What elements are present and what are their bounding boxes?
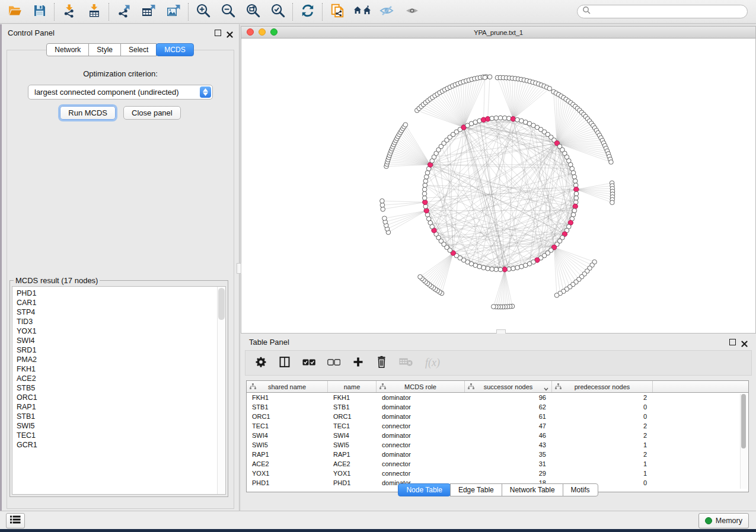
control-panel-tabs: NetworkStyleSelectMCDS — [2, 43, 239, 56]
deselect-all-button[interactable] — [327, 358, 340, 368]
clone-network-icon — [330, 3, 345, 21]
mcds-list-scrollbar[interactable] — [217, 287, 225, 494]
mcds-result-item[interactable]: SWI5 — [12, 421, 225, 431]
mcds-result-item[interactable]: PHD1 — [12, 289, 225, 298]
mcds-result-item[interactable]: PMA2 — [12, 355, 225, 364]
network-graph — [241, 39, 755, 333]
search-input[interactable] — [591, 7, 747, 17]
zoom-in-button[interactable] — [191, 2, 216, 22]
export-image-button[interactable] — [161, 2, 186, 22]
tab-mcds[interactable]: MCDS — [156, 43, 193, 56]
table-scrollbar[interactable] — [740, 394, 747, 489]
mcds-result-item[interactable]: STB5 — [12, 383, 225, 393]
tab-motifs[interactable]: Motifs — [563, 483, 598, 496]
table-toolbar: f(x) — [245, 350, 752, 376]
mcds-result-item[interactable]: GCR1 — [12, 440, 225, 450]
mcds-result-item[interactable]: ACE2 — [12, 374, 225, 383]
tab-network[interactable]: Network — [46, 43, 89, 56]
columns-icon — [279, 356, 291, 370]
column-header-shared-name[interactable]: shared name — [247, 381, 328, 392]
mcds-result-item[interactable]: STB1 — [12, 412, 225, 421]
mcds-result-list[interactable]: PHD1CAR1STP4TID3YOX1SWI4SRD1PMA2FKH1ACE2… — [12, 286, 226, 495]
table-row[interactable]: SWI5SWI5connector431 — [247, 440, 748, 450]
column-header-successor-nodes[interactable]: successor nodes — [465, 381, 552, 392]
float-panel-icon[interactable] — [215, 30, 221, 36]
home-pair-button[interactable] — [350, 2, 375, 22]
optimization-value: largest connected component (undirected) — [28, 88, 200, 97]
optimization-select[interactable]: largest connected component (undirected) — [28, 85, 213, 100]
zoom-out-button[interactable] — [216, 2, 241, 22]
column-header-MCDS-role[interactable]: MCDS role — [377, 381, 465, 392]
control-panel: Control Panel NetworkStyleSelectMCDS Opt… — [2, 24, 240, 511]
table-tabs: Node TableEdge TableNetwork TableMotifs — [241, 483, 756, 496]
toolbar-separator — [292, 3, 294, 21]
zoom-in-icon — [196, 3, 211, 21]
network-view[interactable] — [241, 39, 755, 333]
tab-select[interactable]: Select — [120, 43, 157, 56]
table-row[interactable]: YOX1YOX1connector291 — [247, 469, 748, 478]
table-settings-button[interactable] — [255, 356, 267, 370]
mcds-panel: Optimization criterion: largest connecte… — [7, 50, 234, 509]
delete-column-button[interactable] — [376, 356, 387, 370]
network-titlebar[interactable]: YPA_prune.txt_1 — [241, 27, 755, 39]
table-row[interactable]: SWI4SWI4dominator462 — [247, 431, 748, 440]
show-columns-button[interactable] — [279, 356, 291, 370]
fx-icon: f(x) — [425, 357, 440, 369]
float-table-panel-icon[interactable] — [729, 339, 736, 345]
memory-button[interactable]: Memory — [698, 513, 749, 528]
vertical-splitter-grip[interactable] — [237, 263, 241, 274]
status-bar: Memory — [0, 511, 756, 529]
mcds-result-item[interactable]: ORC1 — [12, 393, 225, 402]
column-header-name[interactable]: name — [328, 381, 377, 392]
mcds-result-item[interactable]: FKH1 — [12, 364, 225, 374]
tab-network-table[interactable]: Network Table — [502, 483, 563, 496]
mcds-result-item[interactable]: CAR1 — [12, 298, 225, 307]
table-row[interactable]: STB1STB1dominator620 — [247, 402, 748, 412]
table-row[interactable]: RAP1RAP1dominator352 — [247, 450, 748, 459]
export-image-icon — [166, 4, 181, 20]
open-folder-button[interactable] — [2, 2, 27, 22]
mcds-result-item[interactable]: TEC1 — [12, 431, 225, 440]
table-scrollbar-thumb[interactable] — [741, 394, 746, 448]
clone-network-button[interactable] — [325, 2, 350, 22]
table-row[interactable]: ORC1ORC1dominator610 — [247, 412, 748, 421]
close-panel-button[interactable]: Close panel — [123, 106, 181, 120]
run-mcds-button[interactable]: Run MCDS — [60, 106, 116, 120]
table-row[interactable]: TEC1TEC1connector472 — [247, 421, 748, 431]
zoom-selected-button[interactable] — [266, 2, 291, 22]
column-header-predecessor-nodes[interactable]: predecessor nodes — [552, 381, 653, 392]
mcds-result-item[interactable]: YOX1 — [12, 326, 225, 336]
export-network-button[interactable] — [111, 2, 136, 22]
mcds-result-item[interactable]: RAP1 — [12, 402, 225, 412]
node-table-body: FKH1FKH1dominator962STB1STB1dominator620… — [247, 393, 748, 488]
import-table-button[interactable] — [82, 2, 107, 22]
select-all-button[interactable] — [302, 358, 315, 368]
tab-edge-table[interactable]: Edge Table — [450, 483, 502, 496]
table-row[interactable]: FKH1FKH1dominator962 — [247, 393, 748, 402]
import-network-button[interactable] — [57, 2, 82, 22]
mcds-result-item[interactable]: SWI4 — [12, 336, 225, 345]
minimize-window-icon[interactable] — [259, 28, 266, 36]
show-eye-button[interactable] — [400, 2, 425, 22]
mcds-result-item[interactable]: STP4 — [12, 307, 225, 317]
task-history-button[interactable] — [6, 513, 25, 528]
export-table-icon — [141, 4, 157, 20]
trash-icon — [376, 356, 387, 370]
refresh-button[interactable] — [295, 2, 320, 22]
close-panel-icon[interactable] — [227, 30, 233, 36]
table-row[interactable]: ACE2ACE2connector311 — [247, 459, 748, 469]
export-table-button[interactable] — [136, 2, 161, 22]
zoom-fit-button[interactable] — [241, 2, 266, 22]
save-icon — [33, 4, 47, 20]
mcds-result-item[interactable]: TID3 — [12, 317, 225, 326]
close-window-icon[interactable] — [247, 28, 254, 36]
add-column-button[interactable] — [352, 356, 364, 370]
mcds-result-item[interactable]: SRD1 — [12, 345, 225, 355]
maximize-window-icon[interactable] — [270, 28, 277, 36]
close-table-panel-icon[interactable] — [741, 339, 748, 345]
save-button[interactable] — [27, 2, 52, 22]
tab-node-table[interactable]: Node Table — [398, 483, 451, 496]
hide-eye-button[interactable] — [375, 2, 400, 22]
search-icon — [582, 6, 591, 17]
tab-style[interactable]: Style — [88, 43, 121, 56]
